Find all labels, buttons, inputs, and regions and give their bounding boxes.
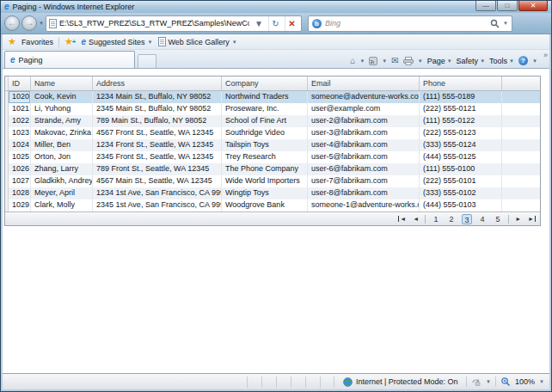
minimize-button[interactable]: — [475, 1, 496, 11]
cell-name: Clark, Molly [31, 199, 93, 211]
cell-id: 1028 [9, 187, 31, 199]
tools-menu-button[interactable]: Tools ▼ [489, 57, 514, 65]
more-commands-chevron-icon[interactable]: » [543, 51, 548, 59]
add-to-favorites-bar-button[interactable]: ★+ [64, 37, 77, 46]
favbar-item-suggested-sites[interactable]: e Suggested Sites ▼ [81, 38, 152, 46]
help-icon[interactable]: ? [518, 56, 528, 65]
column-header-phone[interactable]: Phone [420, 77, 502, 90]
table-row[interactable]: 1020Cook, Kevin1234 Main St., Buffalo, N… [5, 91, 540, 103]
mail-icon[interactable]: ✉ [391, 57, 398, 65]
table-row[interactable]: 1023Makovac, Zrinka4567 Front St., Seatt… [5, 127, 540, 139]
compatibility-dropdown-icon[interactable]: ▼ [486, 379, 491, 384]
column-header-filler [502, 77, 540, 90]
cell-email: user-7@fabrikam.com [308, 175, 420, 187]
page-number-4[interactable]: 4 [477, 214, 488, 224]
security-zone: Internet | Protected Mode: On [343, 377, 457, 387]
cell-filler [502, 139, 540, 151]
zoom-level-text[interactable]: 100% [515, 377, 535, 386]
home-icon[interactable]: ⌂ [350, 57, 355, 65]
zoom-icon[interactable] [500, 377, 511, 387]
print-icon[interactable] [403, 57, 414, 65]
favbar-item-web-slice-gallery[interactable]: Web Slice Gallery ▼ [158, 37, 237, 46]
column-header-id[interactable]: ID [9, 77, 31, 90]
tab-favicon: e [10, 56, 15, 64]
next-page-button[interactable]: ► [514, 215, 522, 224]
previous-page-button[interactable]: ◄ [412, 215, 420, 224]
stop-icon[interactable]: ✕ [285, 16, 298, 31]
cell-address: 1234 Front St., Seattle, WA 12345 [93, 139, 222, 151]
favorites-star-icon[interactable]: ★ [8, 37, 16, 46]
cell-phone: (111) 555-0100 [420, 163, 502, 175]
table-row[interactable]: 1027Gladkikh, Andrey4567 Main St., Seatt… [5, 175, 540, 187]
column-header-company[interactable]: Company [222, 77, 308, 90]
table-row[interactable]: 1028Meyer, April1234 1st Ave, San Franci… [5, 187, 540, 199]
cell-company: Trey Research [222, 151, 308, 163]
back-button[interactable]: ← [4, 15, 20, 31]
safety-menu-label: Safety [457, 57, 479, 65]
column-header-email[interactable]: Email [308, 77, 420, 90]
column-header-address[interactable]: Address [93, 77, 222, 90]
search-icon[interactable] [490, 19, 500, 28]
first-page-button[interactable]: ◄ [398, 215, 407, 224]
cell-filler [502, 199, 540, 211]
safety-menu-button[interactable]: Safety ▼ [457, 57, 485, 65]
address-dropdown-icon[interactable]: ▼ [252, 16, 266, 31]
close-button[interactable]: ✕ [518, 1, 548, 11]
column-header-name[interactable]: Name [31, 77, 93, 90]
status-bar: Internet | Protected Mode: On ▼ 100% [3, 373, 549, 389]
table-row[interactable]: 1021Li, Yuhong2345 Main St., Buffalo, NY… [5, 103, 540, 115]
help-dropdown-icon[interactable]: ▼ [532, 58, 537, 64]
compatibility-view-icon[interactable] [471, 377, 481, 386]
zoom-dropdown-icon[interactable]: ▼ [539, 379, 544, 384]
window-frame: ★ Favorites ★+ e Suggested Sites ▼ Web S… [1, 34, 551, 391]
table-row[interactable]: 1024Miller, Ben1234 Front St., Seattle, … [5, 139, 540, 151]
cell-address: 4567 Main St., Seattle, WA 12345 [93, 175, 222, 187]
page-number-1[interactable]: 1 [431, 214, 441, 224]
table-row[interactable]: 1025Orton, Jon2345 Front St., Seattle, W… [5, 151, 540, 163]
search-box[interactable]: b Bing ▼ [308, 15, 512, 32]
page-number-2[interactable]: 2 [446, 214, 457, 224]
last-page-button[interactable]: ► [527, 215, 536, 224]
cell-company: Tailspin Toys [222, 139, 308, 151]
table-row[interactable]: 1029Clark, Molly2345 1st Ave, San Franci… [5, 199, 540, 211]
page-number-5[interactable]: 5 [493, 214, 503, 224]
print-dropdown-icon[interactable]: ▼ [418, 58, 423, 64]
ie-logo-icon: e [4, 3, 9, 11]
refresh-icon[interactable]: ↻ [268, 16, 282, 31]
forward-button[interactable]: → [21, 15, 37, 31]
feed-icon[interactable] [369, 57, 377, 65]
cell-id: 1024 [9, 139, 31, 151]
cell-address: 789 Front St., Seattle, WA 12345 [93, 163, 222, 175]
address-bar[interactable]: E:\SL3_RTW_PREZ\SL3_RTW_PREZ\Samples\New… [46, 15, 302, 32]
search-placeholder[interactable]: Bing [325, 19, 487, 28]
favorites-label[interactable]: Favorites [21, 38, 53, 46]
page-menu-button[interactable]: Page ▼ [427, 57, 452, 65]
globe-icon [343, 377, 353, 387]
cell-email: user-3@fabrikam.com [308, 127, 420, 139]
first-page-button-icon: ◄ [399, 215, 407, 224]
cell-address: 1234 1st Ave, San Francisco, CA 99999 [93, 187, 222, 199]
cell-name: Meyer, April [31, 187, 93, 199]
new-tab-button[interactable] [138, 54, 156, 68]
cell-phone: (222) 555-0121 [420, 103, 502, 115]
table-row[interactable]: 1026Zhang, Larry789 Front St., Seattle, … [5, 163, 540, 175]
status-pane [247, 377, 261, 388]
title-bar: e Paging - Windows Internet Explorer — □… [1, 1, 551, 13]
window-title: Paging - Windows Internet Explorer [13, 3, 135, 11]
address-text[interactable]: E:\SL3_RTW_PREZ\SL3_RTW_PREZ\Samples\New… [59, 19, 249, 28]
cell-filler [502, 151, 540, 163]
maximize-button[interactable]: □ [497, 1, 518, 11]
tab-paging[interactable]: e Paging [4, 51, 135, 68]
cell-email: user-4@fabrikam.com [308, 139, 420, 151]
home-dropdown-icon[interactable]: ▼ [359, 58, 365, 64]
page-number-3[interactable]: 3 [462, 214, 472, 224]
cell-company: Southridge Video [222, 127, 308, 139]
feed-dropdown-icon[interactable]: ▼ [382, 58, 387, 64]
history-dropdown-icon[interactable]: ▼ [39, 21, 44, 26]
cell-id: 1029 [9, 199, 31, 211]
page-content: IDNameAddressCompanyEmailPhone 1020Cook,… [3, 69, 549, 373]
pager-divider [508, 215, 509, 224]
search-dropdown-icon[interactable]: ▼ [503, 21, 508, 26]
grid-body: 1020Cook, Kevin1234 Main St., Buffalo, N… [5, 91, 540, 211]
table-row[interactable]: 1022Strande, Amy789 Main St., Buffalo, N… [5, 115, 540, 127]
